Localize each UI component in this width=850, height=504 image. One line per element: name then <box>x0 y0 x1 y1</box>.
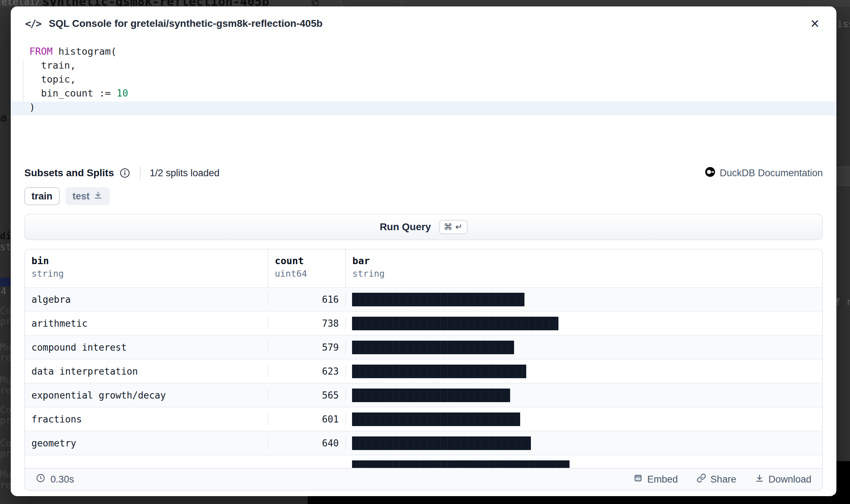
table-header-row: bin stringcount uint64bar string <box>25 249 822 287</box>
table-row: data interpretation 623 <box>25 359 822 383</box>
shortcut-key: ⌘ <box>444 222 453 232</box>
count-cell: 579 <box>268 342 346 353</box>
bin-cell: arithmetic <box>25 318 268 329</box>
duckdb-documentation-link[interactable]: DuckDB Documentation <box>705 167 823 180</box>
action-label: Download <box>768 474 811 485</box>
column-header-count: count uint64 <box>268 249 346 287</box>
copy-icon <box>311 0 320 7</box>
split-label: train <box>31 191 53 202</box>
column-header-bar: bar string <box>346 249 822 287</box>
share-button[interactable]: Share <box>697 473 736 485</box>
action-label: Share <box>710 474 736 485</box>
split-button-test[interactable]: test <box>65 187 110 205</box>
column-header-bin: bin string <box>25 249 268 287</box>
code-line: bin_count := 10 <box>11 88 836 102</box>
code-line: topic, <box>11 74 836 88</box>
histogram-bar <box>352 389 510 402</box>
count-cell: 616 <box>268 294 346 305</box>
code-line: FROM histogram( <box>11 46 836 60</box>
split-button-train[interactable]: train <box>24 187 60 205</box>
download-icon <box>93 191 103 202</box>
table-row: algebra 616 <box>25 287 822 311</box>
histogram-bar <box>352 341 514 354</box>
table-row: compound interest 579 <box>25 335 822 359</box>
count-cell: 565 <box>268 390 346 401</box>
table-row-partial <box>25 455 822 468</box>
table-body: algebra 616 arithmetic 738 compound inte… <box>25 287 822 455</box>
share-icon <box>697 473 706 485</box>
download-icon <box>755 474 764 485</box>
histogram-bar <box>352 412 520 426</box>
clock-icon <box>36 473 45 485</box>
column-name: count <box>275 255 345 266</box>
table-footer: 0.30s EmbedShareDownload <box>25 468 822 490</box>
code-token: train, <box>29 60 76 71</box>
histogram-bar <box>352 317 558 330</box>
background-pill-button <box>341 0 402 7</box>
count-cell: 738 <box>268 318 346 329</box>
modal-header: </> SQL Console for gretelai/synthetic-g… <box>11 6 836 41</box>
duration-value: 0.30s <box>50 474 74 485</box>
embed-button[interactable]: Embed <box>633 473 678 485</box>
column-type: string <box>352 268 822 279</box>
background-text-fragment: issa <box>837 19 850 29</box>
table-row: exponential growth/decay 565 <box>25 383 822 407</box>
bin-cell: geometry <box>25 438 268 449</box>
code-line: ) <box>11 102 836 115</box>
duckdb-logo-icon <box>705 167 715 180</box>
splits-section-header: Subsets and Splits 1/2 splits loaded <box>24 164 823 182</box>
split-buttons: traintest <box>24 187 823 205</box>
histogram-bar <box>352 436 531 450</box>
duckdb-link-label: DuckDB Documentation <box>720 168 823 179</box>
histogram-bar <box>352 293 524 306</box>
sql-console-modal: </> SQL Console for gretelai/synthetic-g… <box>11 6 836 496</box>
histogram-bar <box>352 460 570 468</box>
column-name: bar <box>352 255 822 266</box>
footer-actions: EmbedShareDownload <box>633 473 811 485</box>
table-row: fractions 601 <box>25 407 822 431</box>
run-query-label: Run Query <box>380 221 431 233</box>
code-icon: </> <box>25 18 41 30</box>
code-token: ) <box>29 102 35 113</box>
code-token: 10 <box>117 88 128 99</box>
splits-heading: Subsets and Splits <box>24 167 114 179</box>
shortcut-key: ↵ <box>455 222 463 232</box>
background-dataset-title: synthetic-gsm8k-reflection-405b <box>42 0 269 7</box>
run-query-button[interactable]: Run Query ⌘↵ <box>24 214 823 240</box>
bin-cell: compound interest <box>25 342 268 353</box>
count-cell: 623 <box>268 366 346 377</box>
code-token: bin_count := <box>29 88 117 99</box>
background-repo-owner: etelai/ <box>1 0 41 7</box>
histogram-bar <box>352 365 526 378</box>
keyboard-shortcut-badge: ⌘↵ <box>439 220 468 234</box>
column-name: bin <box>31 255 268 266</box>
count-cell: 640 <box>268 438 346 449</box>
bin-cell: fractions <box>25 414 268 425</box>
column-type: uint64 <box>275 268 345 279</box>
code-token: topic, <box>29 74 76 85</box>
code-token: FROM <box>29 46 53 57</box>
split-label: test <box>73 191 90 202</box>
column-type: string <box>31 268 268 279</box>
bin-cell: data interpretation <box>25 366 268 377</box>
info-icon[interactable] <box>119 167 131 179</box>
download-button[interactable]: Download <box>755 473 811 485</box>
embed-icon <box>633 473 643 485</box>
table-row: geometry 640 <box>25 431 822 455</box>
background-highlight-bar <box>0 278 11 286</box>
query-duration: 0.30s <box>36 473 74 485</box>
modal-title: SQL Console for gretelai/synthetic-gsm8k… <box>49 18 808 29</box>
code-token: histogram( <box>53 46 117 57</box>
bin-cell: exponential growth/decay <box>25 390 268 401</box>
count-cell: 601 <box>268 414 346 425</box>
code-line: train, <box>11 60 836 74</box>
sql-editor[interactable]: FROM histogram( train, topic, bin_count … <box>11 46 836 164</box>
background-text-fragment: f row <box>835 297 850 307</box>
splits-loaded-status: 1/2 splits loaded <box>150 168 220 179</box>
action-label: Embed <box>647 474 678 485</box>
page: etelai/ synthetic-gsm8k-reflection-405b … <box>0 0 850 504</box>
results-table: bin stringcount uint64bar string algebra… <box>24 249 823 491</box>
close-icon[interactable]: × <box>807 16 822 31</box>
bin-cell: algebra <box>25 294 268 305</box>
background-page-header: etelai/ synthetic-gsm8k-reflection-405b <box>0 0 850 7</box>
